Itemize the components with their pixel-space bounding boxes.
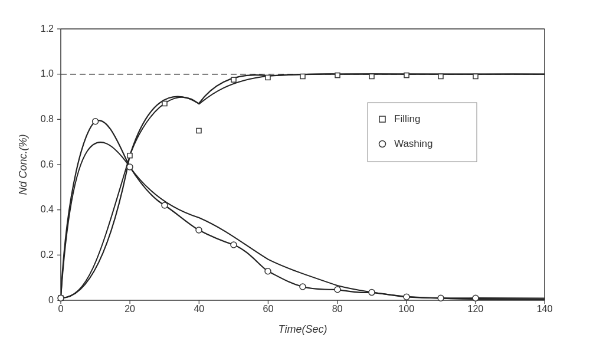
legend-filling-symbol — [379, 116, 385, 122]
x-tick-140: 140 — [536, 304, 552, 314]
legend-box — [368, 103, 477, 162]
y-tick-0: 0 — [48, 295, 54, 305]
legend-washing-symbol — [379, 140, 385, 147]
y-tick-08: 0.8 — [40, 114, 53, 124]
y-tick-02: 0.2 — [40, 250, 53, 260]
filling-point-70 — [300, 74, 305, 78]
x-axis-label: Time(Sec) — [278, 323, 327, 335]
washing-point-20 — [127, 164, 133, 170]
x-tick-100: 100 — [398, 304, 414, 314]
washing-point-90 — [369, 289, 375, 295]
filling-point-60 — [266, 75, 270, 80]
x-tick-80: 80 — [332, 304, 342, 314]
filling-point-30 — [162, 101, 167, 106]
washing-point-70 — [300, 284, 306, 290]
filling-point-110 — [438, 74, 443, 78]
x-tick-40: 40 — [194, 304, 204, 314]
washing-point-30 — [162, 202, 168, 208]
filling-point-20 — [127, 153, 132, 158]
filling-point-50 — [231, 77, 236, 82]
y-tick-04: 0.4 — [40, 204, 53, 214]
washing-point-110 — [438, 295, 444, 301]
x-tick-20: 20 — [125, 304, 135, 314]
washing-curve — [61, 142, 545, 299]
washing-point-120 — [473, 295, 479, 301]
y-tick-06: 0.6 — [40, 159, 53, 169]
washing-point-10 — [92, 118, 98, 124]
y-tick-12: 1.2 — [40, 24, 53, 34]
filling-point-120 — [473, 74, 478, 78]
washing-point-80 — [335, 286, 340, 292]
legend-filling-label: Filling — [394, 113, 420, 124]
washing-point-60 — [265, 268, 271, 274]
y-tick-10: 1.0 — [40, 68, 53, 78]
filling-point-80 — [335, 73, 340, 77]
x-tick-60: 60 — [263, 304, 273, 314]
washing-point-100 — [404, 294, 409, 300]
svg-rect-0 — [61, 29, 545, 300]
washing-point-50 — [231, 242, 237, 248]
x-tick-0: 0 — [58, 304, 63, 314]
y-axis-label: Nd Conc.(%) — [17, 134, 29, 195]
washing-point-40 — [196, 227, 202, 233]
legend-washing-label: Washing — [394, 138, 433, 149]
chart-container: 0 20 40 60 80 100 120 140 0 0.2 0.4 — [14, 11, 580, 353]
filling-point-100 — [404, 73, 409, 77]
x-tick-120: 120 — [467, 304, 483, 314]
washing-point-0 — [58, 295, 64, 301]
filling-point-90 — [369, 74, 374, 78]
filling-point-40 — [196, 128, 201, 133]
